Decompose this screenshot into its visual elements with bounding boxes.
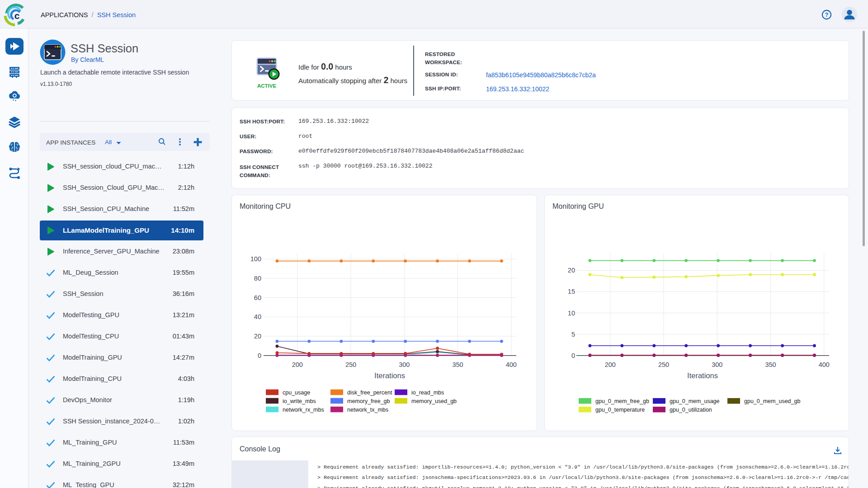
svg-text:20: 20 xyxy=(254,333,261,340)
svg-text:gpu_0_utilization: gpu_0_utilization xyxy=(670,407,712,413)
svg-text:40: 40 xyxy=(254,313,261,320)
svg-text:c: c xyxy=(14,10,20,21)
svg-text:memory_free_gb: memory_free_gb xyxy=(347,398,390,404)
svg-text:20: 20 xyxy=(568,267,575,274)
svg-text:60: 60 xyxy=(254,294,261,301)
svg-text:200: 200 xyxy=(292,361,303,368)
svg-text:250: 250 xyxy=(345,361,356,368)
svg-text:15: 15 xyxy=(568,288,575,295)
svg-text:gpu_0_mem_free_gb: gpu_0_mem_free_gb xyxy=(595,398,649,404)
svg-text:250: 250 xyxy=(658,361,669,368)
svg-text:Iterations: Iterations xyxy=(687,371,718,380)
svg-text:10: 10 xyxy=(568,310,575,317)
svg-text:cpu_usage: cpu_usage xyxy=(283,389,310,396)
svg-text:gpu_0_temperature: gpu_0_temperature xyxy=(595,407,645,413)
svg-text:Iterations: Iterations xyxy=(374,371,405,380)
svg-text:0: 0 xyxy=(258,352,261,359)
svg-text:network_rx_mbs: network_rx_mbs xyxy=(283,407,324,413)
svg-text:gpu_0_mem_usage: gpu_0_mem_usage xyxy=(670,398,720,404)
svg-text:80: 80 xyxy=(254,275,261,282)
svg-text:0: 0 xyxy=(571,352,575,359)
svg-text:network_tx_mbs: network_tx_mbs xyxy=(347,407,388,413)
svg-text:300: 300 xyxy=(712,361,722,368)
svg-text:300: 300 xyxy=(399,361,410,368)
svg-text:?: ? xyxy=(825,12,829,18)
svg-text:5: 5 xyxy=(571,331,575,338)
svg-text:200: 200 xyxy=(605,361,616,368)
svg-text:400: 400 xyxy=(819,361,830,368)
svg-text:io_write_mbs: io_write_mbs xyxy=(283,398,316,404)
svg-text:gpu_0_mem_used_gb: gpu_0_mem_used_gb xyxy=(744,398,800,404)
svg-text:disk_free_percent: disk_free_percent xyxy=(347,389,392,396)
svg-text:350: 350 xyxy=(452,361,463,368)
svg-text:350: 350 xyxy=(765,361,776,368)
svg-text:memory_used_gb: memory_used_gb xyxy=(411,398,457,404)
svg-text:io_read_mbs: io_read_mbs xyxy=(411,389,444,396)
svg-text:100: 100 xyxy=(250,255,261,263)
svg-text:400: 400 xyxy=(506,361,517,368)
